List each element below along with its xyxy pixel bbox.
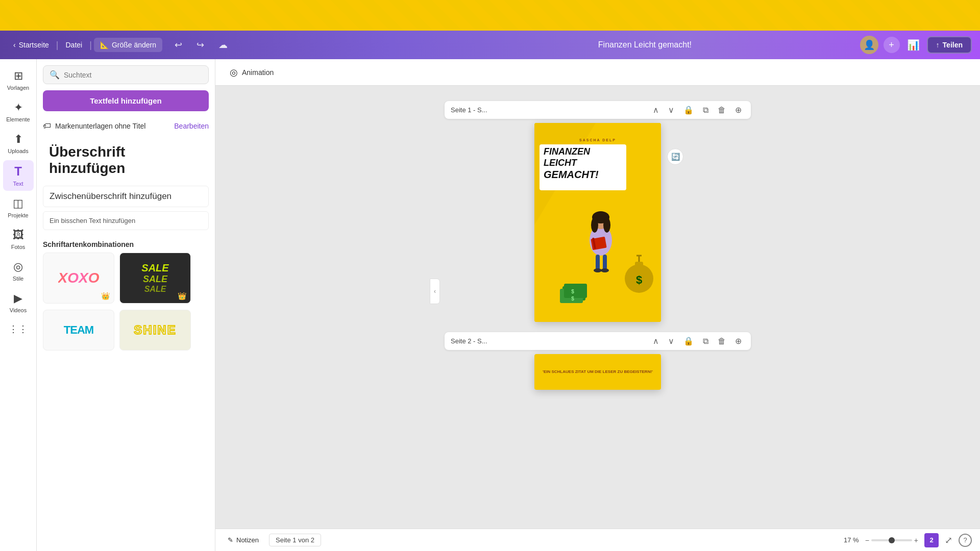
sidebar-item-videos[interactable]: ▶ Videos (3, 288, 34, 317)
page1-duplicate-button[interactable]: ⧉ (700, 105, 712, 116)
uploads-icon: ⬆ (14, 133, 23, 146)
zoom-plus-icon[interactable]: + (914, 536, 918, 544)
svg-text:GEMACHT!: GEMACHT! (544, 169, 599, 180)
resize-emoji-icon: 📐 (100, 41, 109, 49)
add-textfield-button[interactable]: Textfeld hinzufügen (43, 90, 209, 111)
videos-icon: ▶ (14, 292, 22, 305)
file-menu-button[interactable]: Datei (61, 38, 88, 52)
brand-edit-button[interactable]: Bearbeiten (174, 122, 209, 130)
sidebar-item-projekte-label: Projekte (8, 212, 28, 218)
svg-point-11 (603, 217, 610, 233)
add-user-button[interactable]: + (884, 37, 900, 53)
page2-duplicate-button[interactable]: ⧉ (700, 336, 712, 347)
add-heading-option[interactable]: Überschrift hinzufügen (43, 139, 209, 182)
search-icon: 🔍 (50, 70, 60, 80)
page1-more-button[interactable]: ⊕ (732, 104, 745, 116)
muster-icon: ⋮⋮ (9, 323, 28, 335)
zoom-track[interactable] (871, 539, 912, 541)
refresh-button[interactable]: 🔄 (667, 148, 683, 165)
page2-down-button[interactable]: ∨ (665, 335, 677, 347)
header-center: Finanzen Leicht gemacht! (434, 40, 855, 49)
sidebar-item-muster[interactable]: ⋮⋮ (3, 319, 34, 339)
resize-button[interactable]: 📐 Größe ändern (94, 38, 162, 52)
font-combo-row2: TEAM SHINE (37, 310, 215, 357)
notes-label: Notizen (236, 536, 259, 544)
page2-delete-button[interactable]: 🗑 (715, 336, 729, 347)
page2-more-button[interactable]: ⊕ (732, 335, 745, 347)
sidebar-item-fotos[interactable]: 🖼 Fotos (3, 224, 34, 254)
animation-button[interactable]: ◎ Animation (224, 64, 280, 81)
fullscreen-button[interactable]: ⤢ (943, 533, 954, 548)
page1-lock-button[interactable]: 🔒 (680, 104, 697, 116)
sidebar-item-vorlagen[interactable]: ⊞ Vorlagen (3, 65, 34, 95)
sidebar-item-stile-label: Stile (13, 276, 23, 282)
left-panel: 🔍 Textfeld hinzufügen 🏷 Markenunterlagen… (37, 59, 215, 551)
collapse-panel-button[interactable]: ‹ (430, 279, 440, 304)
notes-button[interactable]: ✎ Notizen (224, 534, 263, 546)
svg-text:$: $ (571, 289, 574, 294)
zoom-slider[interactable]: − + (865, 536, 918, 544)
back-button[interactable]: ‹ Startseite (8, 38, 54, 52)
text-options: Überschrift hinzufügen Zwischenüberschri… (37, 135, 215, 234)
page2-up-button[interactable]: ∧ (650, 335, 662, 347)
zoom-minus-icon[interactable]: − (865, 536, 869, 544)
redo-button[interactable]: ↪ (192, 37, 208, 53)
page2-lock-button[interactable]: 🔒 (680, 335, 697, 347)
animation-icon: ◎ (230, 67, 238, 78)
share-icon: ↑ (936, 41, 940, 49)
cloud-save-button[interactable]: ☁ (214, 37, 232, 53)
header-divider2: | (89, 40, 92, 51)
page1-label: Seite 1 - S... (451, 106, 647, 114)
crown-badge-sale: 👑 (178, 292, 186, 300)
header-bar: ‹ Startseite | Datei | 📐 Größe ändern ↩ … (0, 31, 980, 59)
animation-label: Animation (242, 68, 274, 77)
sidebar-item-uploads-label: Uploads (8, 148, 28, 154)
svg-rect-14 (596, 255, 600, 270)
top-decorative-banner (0, 0, 980, 31)
team-text: TEAM (64, 323, 93, 337)
stats-button[interactable]: 📊 (905, 37, 922, 53)
grid-pages-button[interactable]: 2 (924, 533, 939, 547)
sidebar-item-stile[interactable]: ◎ Stile (3, 256, 34, 286)
sidebar-item-elemente[interactable]: ✦ Elemente (3, 97, 34, 127)
canvas-scroll[interactable]: Seite 1 - S... ∧ ∨ 🔒 ⧉ 🗑 ⊕ (215, 86, 980, 529)
font-combo-xoxo[interactable]: XOXO 👑 (43, 253, 114, 304)
font-combo-sale[interactable]: SALE SALE SALE 👑 (119, 253, 191, 304)
page2-canvas[interactable]: 'EIN SCHLAUES ZITAT UM DIE LESER ZU BEGE… (534, 354, 661, 390)
text-icon: T (14, 164, 22, 179)
svg-text:LEICHT: LEICHT (544, 158, 578, 168)
add-subheading-option[interactable]: Zwischenüberschrift hinzufügen (43, 186, 209, 207)
page1-container: SASCHA DELP FINANZEN LEICHT GEMACHT! (534, 123, 661, 322)
help-button[interactable]: ? (959, 534, 972, 547)
header-tools: ↩ ↪ ☁ (170, 37, 232, 53)
sidebar-item-projekte[interactable]: ◫ Projekte (3, 193, 34, 222)
sidebar-item-text[interactable]: T Text (3, 160, 34, 191)
sidebar-item-uploads[interactable]: ⬆ Uploads (3, 129, 34, 158)
status-bar: ✎ Notizen Seite 1 von 2 17 % − + 2 ⤢ ? (215, 529, 980, 551)
page1-canvas[interactable]: SASCHA DELP FINANZEN LEICHT GEMACHT! (534, 123, 661, 322)
page2-content: 'EIN SCHLAUES ZITAT UM DIE LESER ZU BEGE… (538, 365, 657, 379)
status-right: 2 ⤢ ? (924, 533, 972, 548)
svg-rect-15 (603, 255, 607, 270)
sidebar-item-elemente-label: Elemente (6, 116, 30, 122)
font-combo-shine[interactable]: SHINE (119, 310, 191, 350)
sale-line2: SALE (143, 274, 167, 285)
canvas-toolbar: ◎ Animation (215, 59, 980, 86)
avatar[interactable]: 👤 (860, 36, 878, 54)
share-button[interactable]: ↑ Teilen (927, 36, 972, 54)
page1-delete-button[interactable]: 🗑 (715, 105, 729, 116)
shine-text: SHINE (134, 323, 176, 337)
undo-button[interactable]: ↩ (170, 37, 186, 53)
sidebar-item-vorlagen-label: Vorlagen (7, 85, 29, 91)
search-input-wrap[interactable]: 🔍 (43, 65, 209, 84)
page1-down-button[interactable]: ∨ (665, 104, 677, 116)
add-body-option[interactable]: Ein bisschen Text hinzufügen (43, 211, 209, 230)
svg-text:$: $ (636, 273, 642, 286)
brand-section: 🏷 Markenunterlagen ohne Titel Bearbeiten (37, 117, 215, 135)
font-combo-team[interactable]: TEAM (43, 310, 114, 350)
search-input[interactable] (64, 71, 202, 79)
page1-up-button[interactable]: ∧ (650, 104, 662, 116)
page2-controls: Seite 2 - S... ∧ ∨ 🔒 ⧉ 🗑 ⊕ (445, 332, 751, 350)
page1-controls: Seite 1 - S... ∧ ∨ 🔒 ⧉ 🗑 ⊕ (445, 101, 751, 119)
share-label: Teilen (943, 41, 963, 49)
